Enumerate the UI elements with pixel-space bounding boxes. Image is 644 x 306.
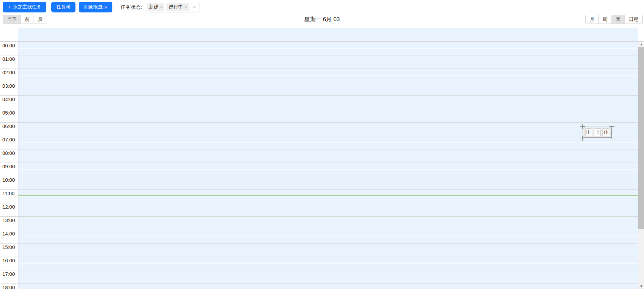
nav-prev-button[interactable]: 前 xyxy=(21,15,34,24)
hour-line xyxy=(0,163,638,163)
scroll-down-button[interactable] xyxy=(638,283,644,289)
calendar: 00:0001:0002:0003:0004:0005:0006:0007:00… xyxy=(0,28,644,289)
hour-line xyxy=(0,270,638,270)
selection-corner-icon xyxy=(580,124,585,129)
scrollbar-spacer xyxy=(638,28,644,41)
status-tag-list: 新建×进行中× xyxy=(147,3,189,11)
hour-line xyxy=(0,203,638,203)
hour-line xyxy=(0,176,638,176)
hour-line xyxy=(0,149,638,149)
time-label-1100: 11:00 xyxy=(2,190,14,196)
half-hour-line xyxy=(18,196,638,196)
hour-line xyxy=(0,230,638,230)
time-label-1000: 10:00 xyxy=(2,177,15,183)
half-hour-line xyxy=(18,102,638,102)
half-hour-line xyxy=(18,250,638,250)
time-label-0100: 01:00 xyxy=(2,56,15,62)
half-hour-line xyxy=(18,142,638,143)
status-tag-1[interactable]: 进行中× xyxy=(166,3,189,11)
hour-line xyxy=(0,216,638,217)
time-grid-viewport: 00:0001:0002:0003:0004:0005:0006:0007:00… xyxy=(0,42,644,289)
half-hour-line xyxy=(18,263,638,264)
hour-line xyxy=(0,55,638,55)
time-label-1700: 17:00 xyxy=(2,271,15,277)
hour-line xyxy=(0,257,638,257)
ime-punctuation-key[interactable]: 仆 xyxy=(602,128,609,136)
task-status-select[interactable]: 新建×进行中× xyxy=(145,2,200,12)
selection-corner-icon xyxy=(609,136,614,141)
time-label-1600: 16:00 xyxy=(2,258,15,263)
half-hour-line xyxy=(18,75,638,76)
triangle-down-icon xyxy=(640,286,643,287)
tag-close-icon[interactable]: × xyxy=(184,5,187,9)
time-label-1300: 13:00 xyxy=(2,217,15,223)
hour-line xyxy=(0,69,638,69)
quadrant-view-button[interactable]: 四象限显示 xyxy=(79,2,112,12)
add-main-task-button[interactable]: + 添加主线任务 xyxy=(3,2,46,12)
scrollbar-thumb[interactable] xyxy=(638,47,644,229)
time-label-0700: 07:00 xyxy=(2,137,15,142)
view-button-group: 月周天日程 xyxy=(585,15,643,24)
gutter-divider xyxy=(18,42,18,289)
vertical-scrollbar[interactable] xyxy=(638,42,644,289)
view-month-button[interactable]: 月 xyxy=(585,15,599,24)
hour-line xyxy=(0,189,638,190)
time-label-0300: 03:00 xyxy=(2,83,15,89)
hour-line xyxy=(0,283,638,284)
current-time-indicator xyxy=(18,195,638,196)
all-day-cell[interactable] xyxy=(18,28,638,41)
time-label-1400: 14:00 xyxy=(2,231,15,236)
status-tag-0[interactable]: 新建× xyxy=(147,3,165,11)
time-label-0600: 06:00 xyxy=(2,123,15,129)
tag-close-icon[interactable]: × xyxy=(160,5,163,9)
range-button-group: 当下前后 xyxy=(3,15,47,24)
half-hour-line xyxy=(18,169,638,170)
all-day-gutter xyxy=(0,28,18,41)
selection-corner-icon xyxy=(580,136,585,141)
half-hour-line xyxy=(18,62,638,62)
half-hour-line xyxy=(18,129,638,129)
status-tag-label: 新建 xyxy=(149,4,159,10)
hour-line xyxy=(0,82,638,82)
time-label-1800: 18:00 xyxy=(2,285,15,289)
scroll-up-button[interactable] xyxy=(638,42,644,47)
hour-line xyxy=(0,122,638,123)
hour-line xyxy=(0,109,638,109)
time-label-0500: 05:00 xyxy=(2,110,15,116)
view-week-button[interactable]: 周 xyxy=(599,15,612,24)
top-toolbar: + 添加主线任务 任务树 四象限显示 任务状态: 新建×进行中× xyxy=(3,2,200,12)
hour-line xyxy=(0,95,638,96)
view-day-button[interactable]: 天 xyxy=(612,15,625,24)
time-label-0900: 09:00 xyxy=(2,164,15,169)
half-hour-line xyxy=(18,223,638,223)
ime-toolbar[interactable]: 中☽仆 xyxy=(583,127,612,138)
ime-chinese-mode-key[interactable]: 中 xyxy=(585,128,592,136)
time-label-1500: 15:00 xyxy=(2,244,15,250)
half-hour-line xyxy=(18,156,638,156)
calendar-title: 星期一 6月 03 xyxy=(0,15,644,23)
day-column[interactable] xyxy=(18,42,638,289)
time-label-0000: 00:00 xyxy=(2,43,15,48)
view-agenda-button[interactable]: 日程 xyxy=(625,15,643,24)
hour-line xyxy=(0,136,638,136)
task-tree-button[interactable]: 任务树 xyxy=(51,2,75,12)
ime-fullwidth-moon-key[interactable]: ☽ xyxy=(594,128,601,136)
calendar-nav: 星期一 6月 03 当下前后 月周天日程 xyxy=(0,15,644,24)
add-main-task-label: 添加主线任务 xyxy=(13,4,41,10)
time-label-0200: 02:00 xyxy=(2,70,15,75)
hour-line xyxy=(0,243,638,244)
half-hour-line xyxy=(18,89,638,89)
nav-now-button[interactable]: 当下 xyxy=(3,15,21,24)
nav-next-button[interactable]: 后 xyxy=(34,15,47,24)
half-hour-line xyxy=(18,236,638,237)
plus-icon: + xyxy=(8,4,11,10)
half-hour-line xyxy=(18,116,638,116)
selection-corner-icon xyxy=(609,124,614,129)
time-label-0400: 04:00 xyxy=(2,96,15,102)
task-status-label: 任务状态: xyxy=(120,4,142,10)
all-day-row xyxy=(0,28,644,42)
status-tag-label: 进行中 xyxy=(169,4,183,10)
half-hour-line xyxy=(18,277,638,277)
chevron-down-icon[interactable] xyxy=(192,5,196,9)
half-hour-line xyxy=(18,48,638,49)
